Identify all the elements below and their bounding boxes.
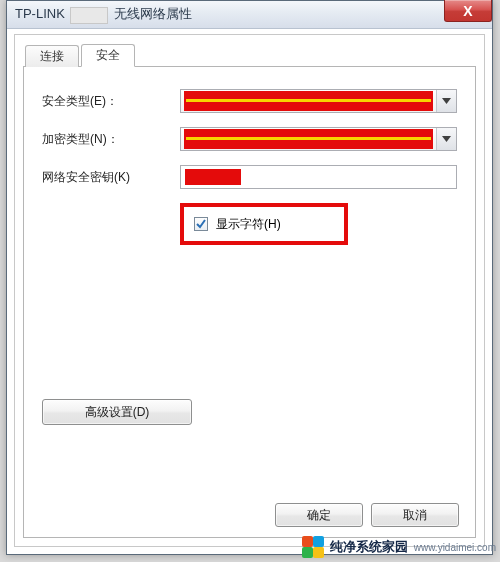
- combo-security-type[interactable]: [180, 89, 457, 113]
- tab-page-security: 安全类型(E)： 加密类型(N)：: [23, 67, 476, 538]
- title-prefix: TP-LINK: [15, 6, 65, 21]
- checkbox-show-characters[interactable]: [194, 217, 208, 231]
- row-security-type: 安全类型(E)：: [42, 89, 457, 113]
- row-network-key: 网络安全密钥(K): [42, 165, 457, 189]
- label-show-characters: 显示字符(H): [216, 216, 281, 233]
- inner-panel: 连接 安全 安全类型(E)： 加密类型(N)：: [23, 43, 476, 538]
- combo-encryption-type-value-redacted: [184, 129, 433, 149]
- window-title: TP-LINK 无线网络属性: [15, 5, 192, 23]
- chevron-down-icon: [442, 98, 451, 104]
- titlebar: TP-LINK 无线网络属性 X: [7, 1, 492, 29]
- ok-button[interactable]: 确定: [275, 503, 363, 527]
- label-encryption-type: 加密类型(N)：: [42, 131, 180, 148]
- title-suffix: 无线网络属性: [114, 6, 192, 21]
- dialog-window: TP-LINK 无线网络属性 X 连接 安全 安全类型(E)：: [6, 0, 493, 555]
- row-encryption-type: 加密类型(N)：: [42, 127, 457, 151]
- input-network-key-value-redacted: [185, 169, 241, 185]
- close-icon: X: [463, 3, 472, 19]
- title-redacted: [70, 7, 108, 24]
- ok-button-label: 确定: [307, 507, 331, 524]
- combo-encryption-type[interactable]: [180, 127, 457, 151]
- advanced-settings-label: 高级设置(D): [85, 404, 150, 421]
- dialog-button-bar: 确定 取消: [275, 503, 459, 527]
- tab-connect-label: 连接: [40, 48, 64, 65]
- tab-security[interactable]: 安全: [81, 44, 135, 67]
- combo-encryption-type-arrow[interactable]: [436, 128, 456, 150]
- input-network-key[interactable]: [180, 165, 457, 189]
- close-button[interactable]: X: [444, 0, 492, 22]
- tab-connect[interactable]: 连接: [25, 45, 79, 67]
- label-network-key: 网络安全密钥(K): [42, 169, 180, 186]
- combo-security-type-arrow[interactable]: [436, 90, 456, 112]
- chevron-down-icon: [442, 136, 451, 142]
- advanced-settings-button[interactable]: 高级设置(D): [42, 399, 192, 425]
- combo-security-type-value-redacted: [184, 91, 433, 111]
- tab-security-label: 安全: [96, 47, 120, 64]
- tabstrip: 连接 安全: [23, 43, 476, 67]
- cancel-button-label: 取消: [403, 507, 427, 524]
- label-security-type: 安全类型(E)：: [42, 93, 180, 110]
- check-icon: [196, 219, 206, 229]
- client-area: 连接 安全 安全类型(E)： 加密类型(N)：: [14, 34, 485, 547]
- cancel-button[interactable]: 取消: [371, 503, 459, 527]
- highlight-show-characters: 显示字符(H): [180, 203, 348, 245]
